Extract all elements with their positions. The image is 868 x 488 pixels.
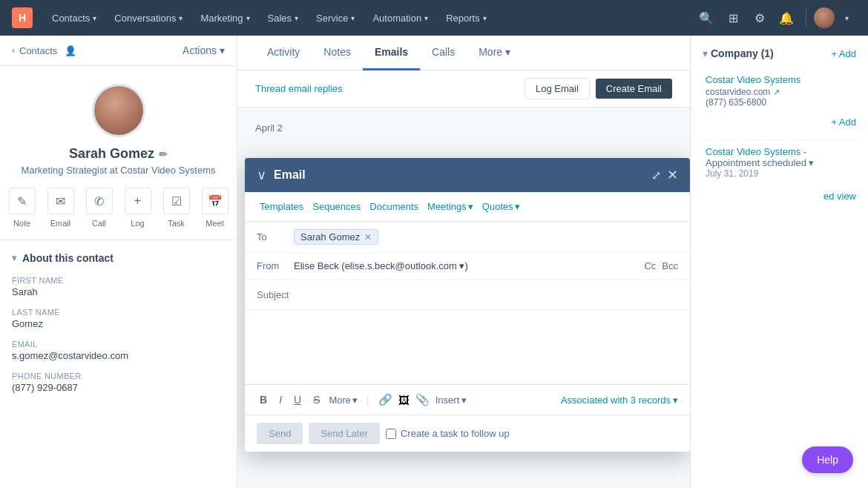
more-formatting-button[interactable]: More ▾ [329, 395, 358, 406]
back-to-contacts-button[interactable]: ‹ Contacts 👤 [12, 45, 76, 56]
collapse-company-icon[interactable]: ▾ [703, 47, 708, 59]
settings-icon[interactable]: ⚙ [748, 6, 772, 30]
create-email-button[interactable]: Create Email [596, 79, 672, 99]
note-button[interactable]: ✎ Note [9, 188, 36, 228]
email-compose-modal: ∨ Email ⤢ ✕ Templates Sequences Document… [245, 158, 690, 452]
chevron-down-icon: ▾ [424, 14, 428, 22]
nav-conversations[interactable]: Conversations ▾ [107, 8, 190, 28]
log-email-button[interactable]: Log Email [525, 78, 590, 99]
tab-emails[interactable]: Emails [363, 36, 420, 70]
remove-recipient-button[interactable]: ✕ [364, 232, 372, 243]
deal-name-link[interactable]: Costar Video Systems - [706, 146, 853, 157]
about-section: ▾ About this contact First name Sarah La… [0, 240, 237, 415]
task-button[interactable]: ☑ Task [163, 188, 190, 228]
send-later-button[interactable]: Send Later [309, 423, 380, 444]
tabs-bar: Activity Notes Emails Calls More ▾ [237, 36, 690, 70]
chevron-down-icon: ▾ [352, 395, 358, 406]
underline-button[interactable]: U [291, 392, 304, 407]
email-icon: ✉ [47, 188, 74, 214]
deal-status[interactable]: Appointment scheduled ▾ [706, 157, 853, 168]
chevron-down-icon: ▾ [505, 46, 510, 58]
sequences-button[interactable]: Sequences [309, 200, 364, 214]
notifications-icon[interactable]: 🔔 [775, 6, 798, 30]
italic-button[interactable]: I [276, 392, 285, 407]
send-button[interactable]: Send [257, 423, 303, 444]
add-deal-button[interactable]: + Add [831, 116, 856, 128]
email-body-area[interactable] [245, 310, 690, 384]
nav-automation[interactable]: Automation ▾ [365, 8, 435, 28]
external-link-icon[interactable]: ↗ [773, 88, 780, 97]
subtabs-bar: Thread email replies Log Email Create Em… [237, 70, 690, 108]
subject-input[interactable] [257, 289, 678, 300]
contact-profile: Sarah Gomez ✏ Marketing Strategist at Co… [0, 66, 237, 240]
right-sidebar: » ▾ Company (1) + Add Costar Video Syste… [690, 36, 868, 488]
strikethrough-button[interactable]: S [310, 392, 323, 407]
thread-email-replies-link[interactable]: Thread email replies [255, 83, 343, 94]
contact-title: Marketing Strategist at Costar Video Sys… [21, 165, 215, 176]
company-name-link[interactable]: Costar Video Systems [706, 74, 853, 85]
view-more-link[interactable]: ed view [823, 191, 856, 202]
marketplace-icon[interactable]: ⊞ [721, 6, 745, 30]
insert-button[interactable]: Insert ▾ [435, 395, 467, 406]
company-phone: (877) 635-6800 [706, 97, 853, 108]
sidebar-header: ‹ Contacts 👤 Actions ▾ [0, 36, 237, 66]
edit-icon[interactable]: ✏ [159, 148, 168, 160]
chevron-down-icon: ▾ [220, 44, 225, 56]
follow-up-row: Create a task to follow up [386, 428, 510, 439]
follow-up-label: Create a task to follow up [401, 428, 510, 439]
tab-more[interactable]: More ▾ [467, 36, 522, 70]
quotes-button[interactable]: Quotes ▾ [479, 200, 523, 214]
actions-button[interactable]: Actions ▾ [183, 44, 225, 56]
nav-sales[interactable]: Sales ▾ [260, 8, 306, 28]
call-button[interactable]: ✆ Call [86, 188, 113, 228]
about-header[interactable]: ▾ About this contact [12, 252, 225, 264]
meet-button[interactable]: 📅 Meet [202, 188, 228, 228]
minimize-icon[interactable]: ∨ [257, 167, 266, 183]
modal-title: Email [274, 168, 651, 182]
link-icon[interactable]: 🔗 [378, 393, 392, 406]
user-menu-chevron[interactable]: ▾ [838, 10, 856, 27]
deal-date: July 31, 2019 [706, 168, 853, 179]
first-name-field: First name Sarah [12, 276, 225, 297]
help-button[interactable]: Help [802, 446, 853, 473]
search-icon[interactable]: 🔍 [694, 6, 718, 30]
templates-button[interactable]: Templates [257, 200, 306, 214]
contact-name: Sarah Gomez ✏ [69, 146, 168, 162]
associated-records-button[interactable]: Associated with 3 records ▾ [561, 395, 678, 406]
follow-up-checkbox[interactable] [386, 429, 396, 439]
user-avatar[interactable] [814, 7, 835, 28]
cc-button[interactable]: Cc [644, 260, 656, 271]
bcc-button[interactable]: Bcc [662, 260, 678, 271]
company-url: costarvideo.com [706, 87, 770, 97]
nav-contacts[interactable]: Contacts ▾ [45, 8, 104, 28]
nav-marketing[interactable]: Marketing ▾ [193, 8, 257, 28]
nav-service[interactable]: Service ▾ [309, 8, 362, 28]
image-icon[interactable]: 🖼 [398, 394, 410, 406]
chevron-left-icon: ‹ [12, 45, 15, 56]
bold-button[interactable]: B [257, 392, 270, 407]
email-field: Email s.gomez@costarvideo.com [12, 340, 225, 361]
chevron-down-icon: ▾ [483, 14, 487, 22]
expand-icon[interactable]: ⤢ [651, 168, 661, 182]
chevron-down-icon: ▾ [93, 14, 96, 22]
tab-activity[interactable]: Activity [255, 36, 312, 70]
hubspot-logo[interactable]: H [12, 7, 33, 28]
tab-notes[interactable]: Notes [312, 36, 363, 70]
subject-field[interactable] [245, 280, 690, 310]
cc-bcc-buttons: Cc Bcc [644, 260, 678, 271]
modal-footer: B I U S More ▾ | 🔗 🖼 📎 [245, 384, 690, 415]
documents-button[interactable]: Documents [366, 200, 421, 214]
nav-reports[interactable]: Reports ▾ [438, 8, 494, 28]
attachment-icon[interactable]: 📎 [415, 393, 430, 406]
chevron-down-icon: ▾ [515, 201, 520, 212]
send-row: Send Send Later Create a task to follow … [245, 415, 690, 452]
tab-calls[interactable]: Calls [420, 36, 467, 70]
content-area: April 2 [237, 108, 690, 148]
top-navigation: H Contacts ▾ Conversations ▾ Marketing ▾… [0, 0, 868, 36]
add-company-button[interactable]: + Add [831, 48, 856, 59]
log-button[interactable]: + Log [125, 188, 151, 228]
email-button[interactable]: ✉ Email [47, 188, 74, 228]
meetings-button[interactable]: Meetings ▾ [424, 200, 476, 214]
close-icon[interactable]: ✕ [667, 167, 678, 183]
meet-icon: 📅 [202, 188, 228, 214]
